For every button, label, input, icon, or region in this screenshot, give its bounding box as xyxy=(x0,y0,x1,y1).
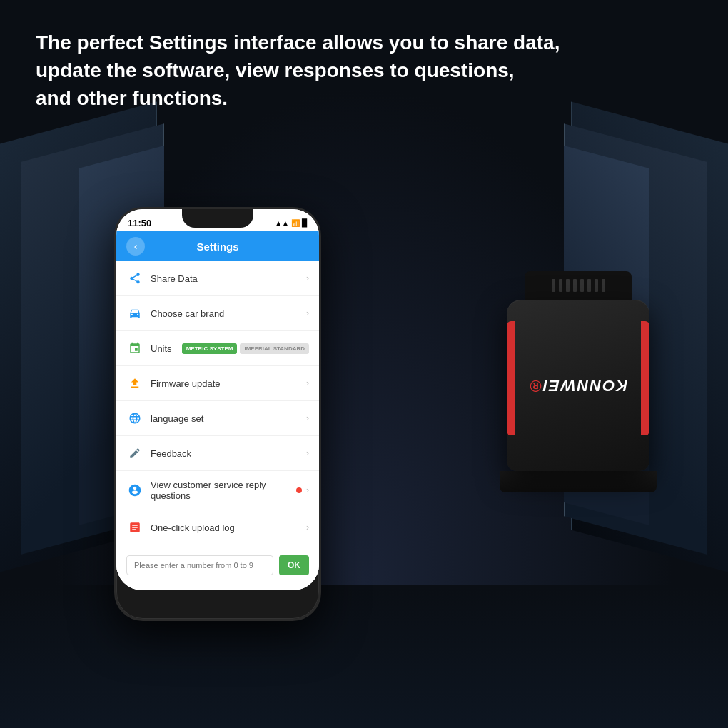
language-set-label: language set xyxy=(151,413,306,424)
share-data-icon xyxy=(126,270,143,287)
firmware-update-icon xyxy=(126,375,143,392)
obd-pin xyxy=(602,279,605,292)
obd-body: KONNWEI® xyxy=(507,300,649,471)
back-button[interactable]: ‹ xyxy=(126,237,145,256)
language-set-arrow: › xyxy=(306,413,309,423)
phone-notch xyxy=(182,209,253,228)
feedback-arrow: › xyxy=(306,448,309,458)
customer-service-arrow: › xyxy=(306,485,309,495)
obd-base xyxy=(500,471,657,492)
obd-pin xyxy=(573,279,577,292)
obd-red-accent-left xyxy=(507,321,515,435)
bg-floor xyxy=(0,585,728,728)
phone-mockup: 11:50 ▲▲ 📶 ▉ ‹ Settings xyxy=(114,207,321,621)
choose-car-brand-label: Choose car brand xyxy=(151,308,306,319)
settings-item-upload-log[interactable]: One-click upload log › xyxy=(116,510,319,545)
settings-item-units[interactable]: Units METRIC SYSTEM IMPERIAL STANDARD xyxy=(116,331,319,366)
customer-service-icon xyxy=(126,482,143,499)
settings-item-feedback[interactable]: Feedback › xyxy=(116,436,319,471)
feedback-icon xyxy=(126,445,143,462)
signal-icon: ▲▲ xyxy=(275,219,289,227)
obd-device: KONNWEI® xyxy=(500,271,657,492)
upload-log-icon xyxy=(126,519,143,536)
share-data-label: Share Data xyxy=(151,273,306,284)
obd-pin xyxy=(595,279,598,292)
car-brand-icon xyxy=(126,305,143,322)
units-toggle[interactable]: METRIC SYSTEM IMPERIAL STANDARD xyxy=(182,343,309,354)
settings-item-share-data[interactable]: Share Data › xyxy=(116,261,319,296)
obd-brand-symbol: ® xyxy=(529,377,542,395)
obd-brand-text: KONNWEI® xyxy=(529,376,628,395)
feedback-label: Feedback xyxy=(151,448,306,459)
settings-item-language-set[interactable]: language set › xyxy=(116,401,319,436)
obd-pin xyxy=(566,279,570,292)
firmware-update-label: Firmware update xyxy=(151,378,306,389)
back-icon: ‹ xyxy=(134,241,138,252)
customer-service-label: View customer service reply questions xyxy=(151,480,296,501)
units-icon xyxy=(126,340,143,357)
settings-list: Share Data › Choose car brand › Un xyxy=(116,261,319,590)
status-time: 11:50 xyxy=(128,218,151,228)
headline-text: The perfect Settings interface allows yo… xyxy=(36,29,692,113)
settings-item-firmware-update[interactable]: Firmware update › xyxy=(116,366,319,401)
app-header: ‹ Settings xyxy=(116,231,319,261)
upload-log-label: One-click upload log xyxy=(151,522,306,533)
notification-dot xyxy=(296,487,302,493)
obd-pin xyxy=(580,279,584,292)
settings-item-customer-service[interactable]: View customer service reply questions › xyxy=(116,471,319,510)
obd-red-accent-right xyxy=(641,321,649,435)
phone-body: 11:50 ▲▲ 📶 ▉ ‹ Settings xyxy=(114,207,321,621)
battery-icon: ▉ xyxy=(302,219,308,227)
phone-screen: 11:50 ▲▲ 📶 ▉ ‹ Settings xyxy=(116,209,319,590)
obd-connector xyxy=(525,271,632,300)
metric-system-button[interactable]: METRIC SYSTEM xyxy=(182,343,238,354)
wifi-icon: 📶 xyxy=(291,219,300,227)
firmware-update-arrow: › xyxy=(306,378,309,388)
choose-car-brand-arrow: › xyxy=(306,308,309,318)
settings-item-choose-car-brand[interactable]: Choose car brand › xyxy=(116,296,319,331)
ok-button[interactable]: OK xyxy=(279,555,309,575)
share-data-arrow: › xyxy=(306,273,309,283)
obd-pin xyxy=(559,279,562,292)
settings-title: Settings xyxy=(196,241,238,253)
upload-log-arrow: › xyxy=(306,522,309,532)
language-icon xyxy=(126,410,143,427)
obd-pin xyxy=(552,279,555,292)
units-label: Units xyxy=(151,343,182,354)
imperial-standard-button[interactable]: IMPERIAL STANDARD xyxy=(240,343,309,354)
number-input[interactable] xyxy=(126,555,273,575)
input-area: OK xyxy=(116,548,319,582)
status-icons: ▲▲ 📶 ▉ xyxy=(275,219,308,227)
obd-pins-row1 xyxy=(552,279,605,292)
obd-pin xyxy=(587,279,591,292)
